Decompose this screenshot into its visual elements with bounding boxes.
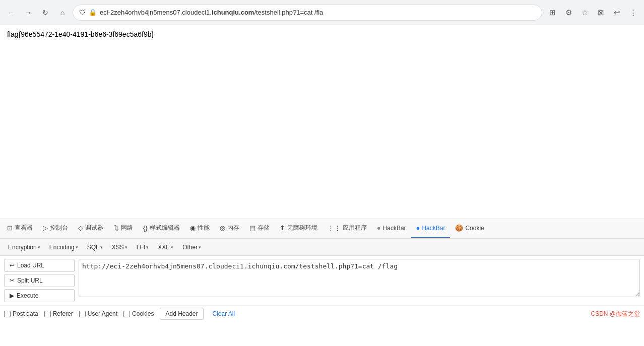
reload-button[interactable]: ↻ — [38, 6, 52, 20]
menu-sql[interactable]: SQL ▾ — [83, 242, 107, 253]
star-icon: ☆ — [582, 8, 588, 17]
inspector-label: 查看器 — [15, 224, 33, 232]
inspector-icon: ⊡ — [7, 224, 13, 232]
split-url-button[interactable]: ✂ Split URL — [4, 274, 75, 287]
menu-encryption[interactable]: Encryption ▾ — [4, 242, 44, 253]
referer-checkbox-wrap[interactable]: Referer — [44, 310, 73, 317]
xss-dropdown-arrow: ▾ — [125, 245, 127, 250]
overflow-icon: ⋮ — [629, 8, 637, 17]
load-url-button[interactable]: ↩ Load URL — [4, 259, 75, 272]
memory-icon: ◎ — [220, 224, 225, 232]
tab-inspector[interactable]: ⊡ 查看器 — [2, 219, 38, 238]
execute-button[interactable]: ▶ Execute — [4, 289, 75, 302]
tab-performance[interactable]: ◉ 性能 — [185, 219, 215, 238]
network-label: 网络 — [121, 224, 133, 232]
accessibility-icon: ⬆ — [280, 224, 285, 232]
forward-icon: → — [25, 9, 32, 17]
back-button[interactable]: ← — [4, 6, 18, 20]
menu-xxe[interactable]: XXE ▾ — [154, 242, 177, 253]
hackbar-url-area — [79, 259, 640, 299]
storage-label: 存储 — [257, 224, 270, 232]
load-url-label: Load URL — [17, 262, 44, 269]
home-button[interactable]: ⌂ — [55, 6, 70, 20]
user-agent-label: User Agent — [88, 310, 117, 317]
settings-icon: ⚙ — [565, 8, 572, 17]
clear-all-label: Clear All — [213, 310, 235, 317]
csdn-watermark: CSDN @伽蓝之堂 — [591, 310, 640, 318]
url-textarea[interactable] — [79, 259, 640, 297]
flag-text: flag{96e55472-1e40-4191-b6e6-3f69ec5a6f9… — [7, 30, 154, 38]
hackbar1-label: HackBar — [383, 225, 406, 232]
debugger-label: 调试器 — [85, 224, 103, 232]
cookies-label: Cookies — [132, 310, 154, 317]
cookies-checkbox-wrap[interactable]: Cookies — [123, 310, 154, 317]
console-label: 控制台 — [50, 224, 68, 232]
encryption-dropdown-arrow: ▾ — [38, 245, 40, 250]
menu-other[interactable]: Other ▾ — [178, 242, 205, 253]
forward-button[interactable]: → — [21, 6, 35, 20]
menu-encoding[interactable]: Encoding ▾ — [45, 242, 82, 253]
bookmark-button[interactable]: ☆ — [577, 6, 592, 20]
clear-all-button[interactable]: Clear All — [210, 308, 238, 319]
undo-icon: ↩ — [614, 8, 620, 17]
add-header-button[interactable]: Add Header — [160, 308, 203, 320]
lfi-label: LFI — [137, 244, 145, 251]
home-icon: ⌂ — [60, 9, 65, 17]
tab-debugger[interactable]: ◇ 调试器 — [73, 219, 108, 238]
hackbar1-icon: ● — [377, 224, 381, 232]
overflow-button[interactable]: ⋮ — [626, 6, 640, 20]
other-label: Other — [182, 244, 198, 251]
settings-button[interactable]: ⚙ — [561, 6, 575, 20]
undo-button[interactable]: ↩ — [610, 6, 624, 20]
tab-app[interactable]: ⋮⋮ 应用程序 — [323, 219, 372, 238]
browser-chrome: ← → ↻ ⌂ 🛡 🔒 eci-2zeh4orhvb4jn5mens07.clo… — [0, 0, 644, 25]
app-label: 应用程序 — [343, 224, 367, 232]
console-icon: ▷ — [43, 224, 48, 232]
add-header-label: Add Header — [165, 310, 198, 317]
tab-network[interactable]: ⇅ 网络 — [108, 219, 138, 238]
user-agent-checkbox[interactable] — [79, 311, 86, 317]
encoding-dropdown-arrow: ▾ — [76, 245, 78, 250]
tab-memory[interactable]: ◎ 内存 — [215, 219, 244, 238]
tab-style-editor[interactable]: {} 样式编辑器 — [138, 219, 185, 238]
toolbar-icons: ⊞ ⚙ ☆ ⊠ ↩ ⋮ — [545, 6, 640, 20]
post-data-checkbox-wrap[interactable]: Post data — [4, 310, 38, 317]
split-url-label: Split URL — [17, 277, 43, 284]
extensions-button[interactable]: ⊞ — [545, 6, 559, 20]
address-bar-text: eci-2zeh4orhvb4jn5mens07.cloudeci1.ichun… — [100, 9, 536, 16]
referer-checkbox[interactable] — [44, 311, 51, 317]
xxe-dropdown-arrow: ▾ — [171, 245, 173, 250]
style-editor-label: 样式编辑器 — [150, 224, 180, 232]
sql-dropdown-arrow: ▾ — [100, 245, 103, 250]
hackbar2-icon: ● — [416, 224, 420, 232]
hackbar-ext-button[interactable]: ⊠ — [594, 6, 608, 20]
url-suffix: /testshell.php?1=cat /fla — [254, 9, 323, 16]
puzzle2-icon: ⊠ — [598, 8, 604, 17]
storage-icon: ▤ — [249, 224, 255, 232]
lock-icon: 🔒 — [89, 9, 97, 16]
network-icon: ⇅ — [113, 224, 119, 232]
address-bar[interactable]: 🛡 🔒 eci-2zeh4orhvb4jn5mens07.cloudeci1.i… — [73, 5, 542, 21]
menu-xss[interactable]: XSS ▾ — [108, 242, 132, 253]
menu-lfi[interactable]: LFI ▾ — [133, 242, 153, 253]
tab-hackbar2[interactable]: ● HackBar — [411, 219, 450, 238]
post-data-checkbox[interactable] — [4, 311, 11, 317]
sql-label: SQL — [87, 244, 99, 251]
cookies-checkbox[interactable] — [123, 311, 130, 317]
reload-icon: ↻ — [42, 9, 48, 17]
tab-hackbar1[interactable]: ● HackBar — [372, 219, 411, 238]
devtools-tabs: ⊡ 查看器 ▷ 控制台 ◇ 调试器 ⇅ 网络 {} 样式编辑器 ◉ 性能 ◎ 内… — [0, 219, 644, 238]
tab-storage[interactable]: ▤ 存储 — [244, 219, 275, 238]
performance-label: 性能 — [198, 224, 210, 232]
encryption-label: Encryption — [8, 244, 37, 251]
user-agent-checkbox-wrap[interactable]: User Agent — [79, 310, 117, 317]
tab-console[interactable]: ▷ 控制台 — [38, 219, 73, 238]
debugger-icon: ◇ — [78, 224, 83, 232]
lfi-dropdown-arrow: ▾ — [146, 245, 149, 250]
page-content: flag{96e55472-1e40-4191-b6e6-3f69ec5a6f9… — [0, 25, 644, 219]
other-dropdown-arrow: ▾ — [199, 245, 201, 250]
back-icon: ← — [8, 9, 15, 17]
tab-accessibility[interactable]: ⬆ 无障碍环境 — [275, 219, 323, 238]
tab-cookie[interactable]: 🍪 Cookie — [450, 219, 489, 238]
cookie-icon: 🍪 — [455, 224, 463, 232]
